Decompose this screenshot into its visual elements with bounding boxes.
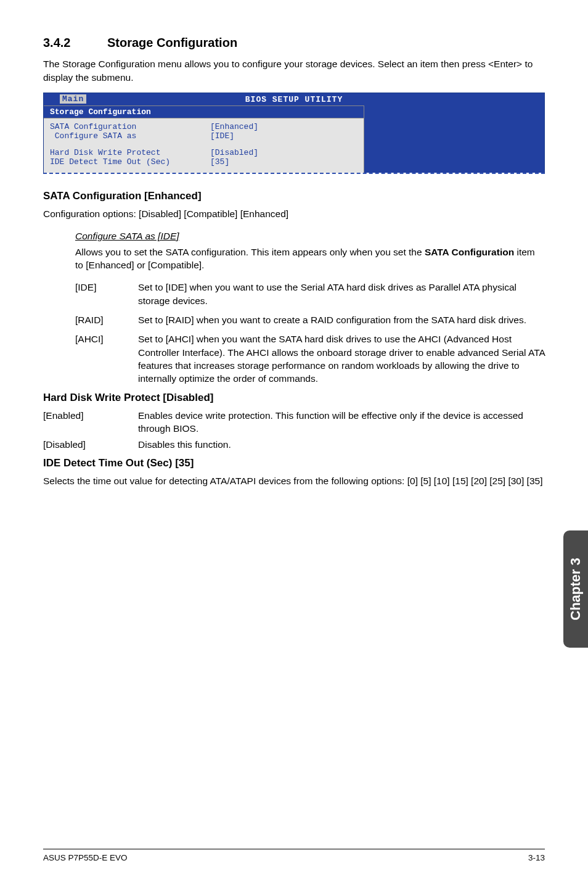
configure-sata-as-desc: Allows you to set the SATA configuration… [75,245,545,272]
section-heading: 3.4.2Storage Configuration [43,36,545,50]
option-value: Set to [RAID] when you want to create a … [138,313,545,326]
bios-row-value: [35] [210,157,229,167]
bios-row: Hard Disk Write Protect[Disabled] [50,148,357,157]
definition-row: [Enabled]Enables device write protection… [43,409,545,435]
option-row: [AHCI]Set to [AHCI] when you want the SA… [43,332,545,386]
ide-timeout-desc: Selects the time out value for detecting… [43,474,545,488]
bios-row: IDE Detect Time Out (Sec)[35] [50,157,357,167]
bios-tab-main: Main [60,94,86,104]
option-value: Set to [IDE] when you want to use the Se… [138,281,545,307]
chapter-side-tab: Chapter 3 [563,530,588,648]
section-title: Storage Configuration [107,36,237,49]
sata-config-desc: Configuration options: [Disabled] [Compa… [43,207,545,221]
configure-sata-as-heading: Configure SATA as [IDE] [75,231,179,241]
option-key: [RAID] [75,313,138,326]
bios-right-pane [364,105,544,173]
bios-row-label: IDE Detect Time Out (Sec) [50,157,210,167]
bios-row-value: [Enhanced] [210,122,258,131]
bios-row-label: Hard Disk Write Protect [50,148,210,157]
intro-text: The Storage Configuration menu allows yo… [43,57,545,84]
definition-value: Enables device write protection. This fu… [138,409,545,435]
option-value: Set to [AHCI] when you want the SATA har… [138,332,545,386]
bios-row-label: SATA Configuration [50,122,210,131]
definition-key: [Enabled] [43,409,138,435]
bios-row: SATA Configuration[Enhanced] [50,122,357,131]
bios-panel: BIOS SETUP UTILITY Main Storage Configur… [43,93,545,174]
bios-title: BIOS SETUP UTILITY [245,95,343,104]
bios-header: BIOS SETUP UTILITY Main [44,93,544,105]
footer-right: 3-13 [528,853,545,862]
footer-left: ASUS P7P55D-E EVO [43,853,128,862]
bios-left-pane: Storage Configuration SATA Configuration… [44,105,364,173]
bios-panel-title: Storage Configuration [44,105,364,118]
bios-row-label: Configure SATA as [50,131,210,141]
bios-row-value: [IDE] [210,131,234,141]
option-key: [AHCI] [75,332,138,386]
bios-row-value: [Disabled] [210,148,258,157]
hdwp-heading: Hard Disk Write Protect [Disabled] [43,392,545,404]
section-number: 3.4.2 [43,36,107,50]
definition-value: Disables this function. [138,438,545,451]
option-row: [RAID]Set to [RAID] when you want to cre… [43,313,545,326]
page-footer: ASUS P7P55D-E EVO 3-13 [43,849,545,862]
option-key: [IDE] [75,281,138,307]
bios-row: Configure SATA as[IDE] [50,131,357,141]
definition-row: [Disabled]Disables this function. [43,438,545,451]
chapter-side-tab-label: Chapter 3 [568,558,584,620]
ide-timeout-heading: IDE Detect Time Out (Sec) [35] [43,457,545,469]
definition-key: [Disabled] [43,438,138,451]
option-row: [IDE]Set to [IDE] when you want to use t… [43,281,545,307]
sata-config-heading: SATA Configuration [Enhanced] [43,190,545,202]
